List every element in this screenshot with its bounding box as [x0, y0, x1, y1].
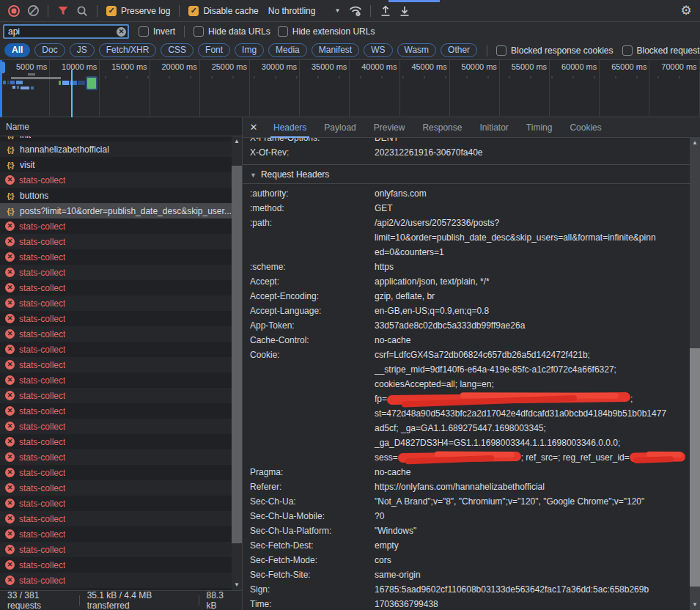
header-row: Pragma:no-cache [243, 465, 700, 479]
request-name: stats-collect [19, 314, 65, 324]
scroll-up-icon[interactable]: ▲ [692, 139, 698, 147]
preserve-log-checkbox[interactable]: ✓ Preserve log [106, 6, 170, 16]
filter-toggle-button[interactable] [54, 1, 73, 21]
type-filter-media[interactable]: Media [268, 43, 307, 57]
throttling-dropdown[interactable]: No throttling ▼ [268, 6, 341, 16]
failed-request-icon: ✕ [5, 406, 15, 416]
request-row[interactable]: ✕stats-collect [0, 526, 232, 542]
type-filter-manifest[interactable]: Manifest [312, 43, 359, 57]
request-row[interactable]: ✕stats-collect [0, 496, 232, 511]
type-filter-all[interactable]: All [4, 43, 30, 57]
request-name: stats-collect [19, 375, 65, 386]
request-name: stats-collect [19, 329, 65, 339]
type-filter-other[interactable]: Other [441, 43, 477, 57]
column-header-name[interactable]: Name [0, 117, 242, 136]
tab-preview[interactable]: Preview [365, 117, 414, 138]
type-filter-font[interactable]: Font [198, 43, 230, 57]
invert-checkbox[interactable]: Invert [139, 26, 175, 37]
request-row[interactable]: ✕stats-collect [0, 557, 232, 573]
header-row: Cookie:csrf=LdfcGX4Sa72db06824c657db26a5… [243, 348, 700, 465]
invert-label: Invert [153, 26, 175, 37]
request-row[interactable]: {:}buttons [0, 188, 232, 203]
clear-filter-icon[interactable]: ✕ [117, 27, 126, 37]
disable-cache-checkbox[interactable]: ✓ Disable cache [188, 6, 258, 16]
redaction-scribble [387, 392, 630, 405]
header-name: Sec-Fetch-Site: [250, 567, 375, 582]
request-row[interactable]: ✕stats-collect [0, 342, 232, 357]
header-row: Cache-Control:no-cache [243, 333, 700, 348]
request-row[interactable]: ✕stats-collect [0, 311, 232, 326]
tab-headers[interactable]: Headers [265, 117, 315, 138]
request-row[interactable]: ✕stats-collect [0, 434, 232, 449]
search-button[interactable] [73, 1, 92, 21]
request-row[interactable]: ✕stats-collect [0, 249, 232, 265]
import-har-button[interactable] [376, 1, 395, 21]
request-list-scrollbar[interactable]: ▲ ▼ [232, 136, 242, 590]
export-har-button[interactable] [395, 1, 414, 21]
scrollbar-thumb[interactable] [690, 348, 700, 587]
request-row[interactable]: {:}hannahelizabethofficial [0, 142, 232, 157]
network-overview-timeline[interactable]: 5000 ms10000 ms15000 ms20000 ms25000 ms3… [0, 60, 700, 117]
type-filter-fetch-xhr[interactable]: Fetch/XHR [99, 43, 157, 57]
tab-payload[interactable]: Payload [315, 117, 364, 138]
filter-input[interactable] [3, 24, 129, 39]
type-filter-img[interactable]: Img [235, 43, 264, 57]
details-scrollbar[interactable]: ▲ ▼ [690, 138, 700, 610]
tab-timing[interactable]: Timing [517, 117, 561, 138]
header-value-line: ?0 [375, 509, 688, 523]
request-row[interactable]: ✕stats-collect [0, 419, 232, 434]
request-row[interactable]: {:}visit [0, 157, 232, 172]
request-row[interactable]: ✕stats-collect [0, 295, 232, 311]
scroll-down-icon[interactable]: ▼ [692, 600, 698, 609]
network-conditions-button[interactable] [346, 1, 365, 21]
type-filter-ws[interactable]: WS [364, 43, 392, 57]
header-value: empty [375, 538, 700, 553]
header-name: Sign: [250, 582, 375, 597]
type-filter-js[interactable]: JS [70, 43, 95, 57]
close-details-button[interactable]: ✕ [243, 122, 265, 133]
request-row[interactable]: ✕stats-collect [0, 265, 232, 280]
request-row[interactable]: ✕stats-collect [0, 449, 232, 465]
request-name: stats-collect [19, 298, 65, 309]
type-filter-css[interactable]: CSS [161, 43, 194, 57]
tab-response[interactable]: Response [413, 117, 471, 138]
request-row[interactable]: {:}init [0, 136, 232, 142]
header-name: X-Frame-Options: [250, 138, 375, 145]
hide-extension-urls-checkbox[interactable]: Hide extension URLs [278, 26, 375, 37]
request-row[interactable]: ✕stats-collect [0, 372, 232, 388]
scroll-up-icon[interactable]: ▲ [234, 137, 240, 146]
record-button[interactable] [4, 1, 23, 21]
request-row[interactable]: ✕stats-collect [0, 465, 232, 480]
type-filter-doc[interactable]: Doc [34, 43, 65, 57]
request-row[interactable]: ✕stats-collect [0, 511, 232, 526]
request-row[interactable]: ✕stats-collect [0, 326, 232, 342]
request-name: stats-collect [19, 422, 65, 432]
scrollbar-thumb[interactable] [232, 166, 242, 543]
request-name: stats-collect [19, 345, 65, 355]
type-filter-wasm[interactable]: Wasm [397, 43, 437, 57]
resource-type-filter-bar: AllDocJSFetch/XHRCSSFontImgMediaManifest… [0, 41, 700, 60]
header-value: application/json, text/plain, */* [375, 274, 700, 289]
blocked-requests-checkbox[interactable]: Blocked requests [622, 45, 700, 56]
request-row[interactable]: ✕stats-collect [0, 172, 232, 188]
scroll-down-icon[interactable]: ▼ [234, 581, 240, 589]
request-row[interactable]: {:}posts?limit=10&order=publish_date_des… [0, 203, 232, 218]
tab-cookies[interactable]: Cookies [561, 117, 610, 138]
request-row[interactable]: ✕stats-collect [0, 280, 232, 295]
header-value-line: same-origin [375, 567, 688, 582]
network-summary-bar: 33 / 381 requests 35.1 kB / 4.4 MB trans… [0, 590, 242, 610]
tab-initiator[interactable]: Initiator [471, 117, 517, 138]
hide-data-urls-checkbox[interactable]: Hide data URLs [194, 26, 270, 37]
blocked-response-cookies-checkbox[interactable]: Blocked response cookies [496, 45, 613, 56]
request-row[interactable]: ✕stats-collect [0, 542, 232, 557]
request-row[interactable]: ✕stats-collect [0, 357, 232, 372]
request-row[interactable]: ✕stats-collect [0, 573, 232, 588]
request-row[interactable]: ✕stats-collect [0, 218, 232, 234]
request-row[interactable]: ✕stats-collect [0, 234, 232, 249]
request-row[interactable]: ✕stats-collect [0, 480, 232, 496]
request-row[interactable]: ✕stats-collect [0, 388, 232, 403]
settings-button[interactable]: ⚙ [677, 1, 696, 21]
request-headers-section-header[interactable]: ▼Request Headers [243, 165, 700, 184]
clear-button[interactable] [23, 1, 43, 21]
request-row[interactable]: ✕stats-collect [0, 403, 232, 419]
